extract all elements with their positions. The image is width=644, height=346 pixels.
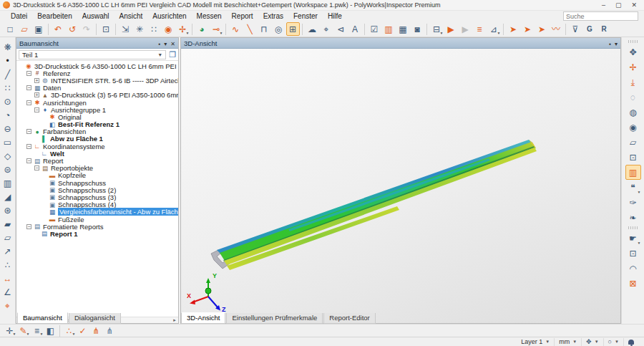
zoom-region-icon[interactable]: ◌ — [625, 90, 641, 105]
part-selector[interactable]: Teil 1 ▼ — [19, 50, 166, 59]
compass-icon[interactable]: A — [348, 22, 362, 36]
curves-icon[interactable]: ∿ — [229, 22, 243, 36]
tree-item[interactable]: +◍INTENSIFIER STR. 5-6 IB ----- 3DP Airt… — [16, 77, 178, 84]
tree-item[interactable]: −♦Ausrichtegruppe 1 — [16, 106, 178, 113]
checklist-icon[interactable]: ☑ — [368, 22, 381, 36]
close-button[interactable]: ✕ — [631, 1, 637, 9]
cylinder-icon[interactable]: ▥ — [1, 177, 14, 190]
tree-item[interactable]: ▦Vergleichsfarbenansicht - Abw zu Fläche… — [16, 208, 178, 216]
part-icon[interactable]: ❐ — [169, 50, 176, 59]
notifications-button[interactable] — [623, 338, 638, 346]
menu-hilfe[interactable]: Hilfe — [323, 11, 347, 21]
chevron-down-icon[interactable]: ▼ — [40, 332, 44, 336]
rectangle-icon[interactable]: ▭ — [1, 136, 14, 149]
clapperboard-icon[interactable]: ◧ — [44, 325, 57, 337]
tree-item[interactable]: ▣Schnappschuss (4) — [16, 201, 178, 208]
axis-gizmo-icon[interactable]: ✢▼ — [176, 22, 190, 36]
inspected-part-model[interactable] — [181, 49, 620, 313]
line-icon[interactable]: ╱ — [1, 68, 14, 81]
collapse-icon[interactable]: − — [26, 158, 31, 163]
probe-paint3-icon[interactable]: ➤ — [535, 22, 549, 36]
patch-icon[interactable]: ▰ — [1, 218, 14, 231]
align-points-icon[interactable]: ✳ — [133, 22, 147, 36]
collapse-icon[interactable]: − — [34, 107, 39, 112]
robot-arm2-icon[interactable]: ⋔ — [104, 325, 117, 337]
target-plus-icon[interactable]: ⌖ — [1, 299, 14, 312]
chevron-down-icon[interactable]: ▼ — [638, 190, 641, 194]
search-box[interactable]: ⌕ — [563, 11, 638, 21]
tree-item[interactable]: ◉3D-Druckstück 5-6 A350-1000 LC LH 6mm P… — [16, 62, 178, 69]
tree-item[interactable]: ✱Original — [16, 113, 178, 120]
lasso-pick-icon[interactable]: ◠ — [625, 261, 641, 276]
camera-icon[interactable]: ◙ — [411, 22, 424, 36]
digitize-icon[interactable]: ❋ — [1, 41, 14, 54]
layer-selector[interactable]: Layer 1▼ — [517, 338, 554, 346]
points-cluster-icon[interactable]: ∴▼ — [63, 325, 76, 337]
hand-cursor-icon[interactable]: ☛▼ — [625, 231, 641, 246]
menu-datei[interactable]: Datei — [6, 11, 32, 21]
tree-item[interactable]: ∟Welt — [16, 150, 178, 157]
probe-pen-icon[interactable]: ╲ — [243, 22, 257, 36]
chevron-down-icon[interactable]: ▼ — [186, 31, 190, 35]
device-sphere-icon[interactable]: ◉ — [162, 22, 175, 36]
close-icon[interactable]: ✕ — [170, 41, 175, 47]
caliper-icon[interactable]: ⊓ — [258, 22, 271, 36]
color-sphere-icon[interactable]: ◕ — [195, 22, 209, 36]
tree-item[interactable]: ◧Best-Fit Referenz 1 — [16, 121, 178, 128]
add-table-icon[interactable]: ▥ — [382, 22, 396, 36]
redo-icon[interactable]: ↷ — [80, 22, 94, 36]
arc-icon[interactable]: ◔ — [1, 109, 14, 122]
menu-fenster[interactable]: Fenster — [288, 11, 323, 21]
play-list-icon[interactable]: ≡ — [473, 22, 487, 36]
tab-einstellungen-pr-fmerkmale[interactable]: Einstellungen Prüfmerkmale — [226, 313, 323, 324]
point-grid-icon[interactable]: ∷ — [147, 22, 161, 36]
probe-paint1-icon[interactable]: ➤ — [507, 22, 520, 36]
import-file-icon[interactable]: ⇲ — [119, 22, 132, 36]
menu-bearbeiten[interactable]: Bearbeiten — [32, 11, 77, 21]
letter-r-icon[interactable]: R — [597, 22, 611, 36]
target-check-icon[interactable]: ✓ — [77, 325, 89, 337]
probe-paint2-icon[interactable]: ➤ — [521, 22, 535, 36]
pin-icon[interactable]: ▪ — [158, 41, 160, 47]
menu-ansicht[interactable]: Ansicht — [114, 11, 148, 21]
probe-doc-icon[interactable]: ⊽ — [569, 22, 582, 36]
rotate-gizmo-icon[interactable]: ✢ — [625, 59, 641, 75]
macro-window-icon[interactable]: ⊡ — [99, 22, 113, 36]
clip-box-icon[interactable]: ▱ — [625, 135, 641, 150]
tree-item[interactable]: +▲3D-Druckstück (3) 5-6 PEI A350-1000 6m… — [16, 92, 178, 99]
tree-item[interactable]: ▣Schnappschuss — [16, 179, 178, 186]
slot-icon[interactable]: ⊖ — [1, 122, 14, 135]
collapse-icon[interactable]: − — [26, 100, 31, 105]
tree-item[interactable]: −▤Report — [16, 157, 178, 164]
paint-tool-icon[interactable]: ✎▼ — [17, 325, 30, 337]
tree-item[interactable]: −∟Koordinatensysteme — [16, 143, 178, 150]
surface-icon[interactable]: ▱ — [1, 231, 14, 244]
units-selector[interactable]: mm▼ — [554, 338, 581, 346]
undo-view-icon[interactable]: ↺ — [66, 22, 79, 36]
probe-lasso-icon[interactable]: 〰 — [550, 22, 563, 36]
tree-item[interactable]: ▣Schnappschuss (3) — [16, 193, 178, 201]
point-grid-icon[interactable]: ∷ — [1, 82, 14, 95]
tree-item[interactable]: ▣Schnappschuss (2) — [16, 186, 178, 193]
pin-icon[interactable]: ▪ — [609, 41, 611, 47]
tree-item[interactable]: ▬Kopfzeile — [16, 172, 178, 179]
gizmo-dropdown-button[interactable]: ✥▼ — [581, 338, 603, 346]
window-pick-icon[interactable]: ⊡ — [625, 246, 641, 261]
polygon-icon[interactable]: ◇ — [1, 150, 14, 163]
tab-3d-ansicht[interactable]: 3D-Ansicht — [181, 312, 225, 324]
collapse-icon[interactable]: − — [26, 129, 31, 134]
chevron-down-icon[interactable]: ▼ — [26, 332, 30, 336]
monitor-gear-icon[interactable]: ⊡ — [625, 150, 641, 165]
tree-item[interactable]: ▌Abw zu Fläche 1 — [16, 135, 178, 143]
collapse-icon[interactable]: − — [34, 165, 39, 170]
point-group-icon[interactable]: ∴ — [1, 259, 14, 271]
minimize-button[interactable]: – — [602, 1, 605, 9]
chart-icon[interactable]: ⊿▼ — [487, 22, 501, 36]
collapse-icon[interactable]: − — [26, 144, 31, 149]
robot-arm-icon[interactable]: ⋔ — [90, 325, 103, 337]
menu-auswahl[interactable]: Auswahl — [77, 11, 114, 21]
collapse-icon[interactable]: − — [26, 85, 31, 90]
maximize-button[interactable]: ▢ — [615, 1, 622, 9]
undo-icon[interactable]: ↶ — [52, 22, 65, 36]
collapse-icon[interactable]: − — [26, 71, 31, 76]
